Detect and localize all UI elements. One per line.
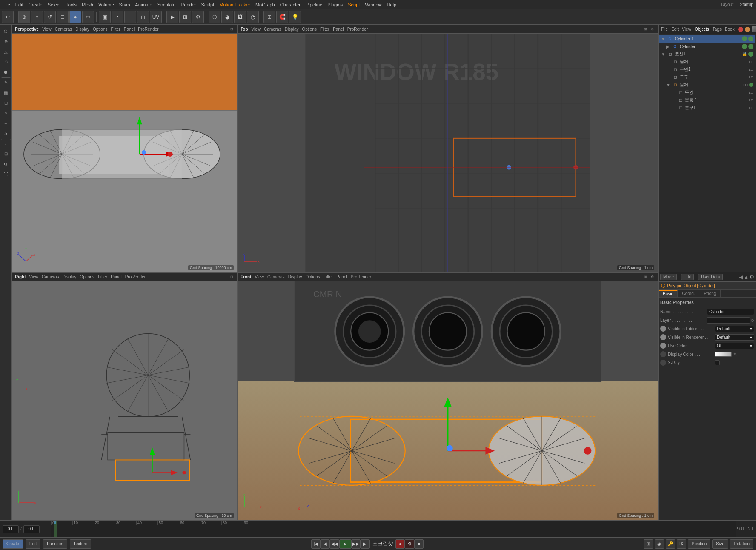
front-viewport[interactable]: Front View Cameras Display Options Filte… (238, 272, 658, 520)
right-menu-view[interactable]: View (29, 275, 39, 279)
top-menu-options[interactable]: Options (302, 27, 316, 32)
obj-expand-lotion1[interactable]: ▼ (661, 52, 665, 57)
front-menu-filter[interactable]: Filter (324, 275, 333, 279)
attr-misc-icon[interactable]: ⚙ (750, 274, 754, 280)
edge-mode-button[interactable]: — (124, 11, 136, 23)
left-tool-4[interactable]: ⊙ (1, 57, 11, 66)
obj-vis-green-main[interactable] (749, 83, 753, 87)
left-tool-8[interactable]: ◻ (1, 98, 11, 107)
front-viewport-content[interactable]: CMR N (238, 281, 658, 520)
render-button[interactable]: ▶ (166, 11, 178, 23)
obj-item-sphere1[interactable]: ◻ 구면1 LO (659, 66, 755, 73)
goto-end-button[interactable]: ▶| (361, 539, 370, 549)
menu-item-snap[interactable]: Snap (119, 2, 130, 7)
obj-vis-lock[interactable]: 🔒 (742, 52, 747, 57)
record-button[interactable]: ● (395, 539, 405, 549)
top-maximize-icon[interactable]: ⊞ (642, 26, 648, 32)
menu-item-volume[interactable]: Volume (98, 2, 114, 7)
menu-item-motion-tracker[interactable]: Motion Tracker (219, 2, 250, 7)
left-tool-7[interactable]: ▦ (1, 88, 11, 97)
left-tool-10[interactable]: ✒ (1, 118, 11, 128)
grid-button[interactable]: ⊞ (263, 11, 275, 23)
quick-shading-button[interactable]: ◔ (247, 11, 259, 23)
obj-menu-file[interactable]: File (661, 27, 668, 32)
layer-input[interactable] (707, 317, 750, 324)
obj-item-cylinder1[interactable]: ▼ ⊙ Cylinder.1 (659, 35, 755, 43)
right-menu-cameras[interactable]: Cameras (42, 275, 59, 279)
shaded-button[interactable]: ◕ (221, 11, 233, 23)
menu-item-script[interactable]: Script (348, 2, 360, 7)
edit-button-bottom[interactable]: Edit (26, 539, 40, 549)
render-settings-button[interactable]: ⚙ (192, 11, 204, 23)
attr-left-icon[interactable]: ◀ (739, 274, 743, 280)
obj-menu-edit[interactable]: Edit (671, 27, 679, 32)
right-menu-filter[interactable]: Filter (98, 275, 107, 279)
perspective-menu-view[interactable]: View (42, 27, 52, 32)
perspective-viewport-content[interactable]: Grid Spacing : 10000 cm X Z Y (12, 34, 237, 272)
front-menu-view[interactable]: View (255, 275, 264, 279)
perspective-menu-options[interactable]: Options (93, 27, 107, 32)
obj-vis-editor-cylinder[interactable] (742, 44, 747, 49)
perspective-menu-filter[interactable]: Filter (111, 27, 120, 32)
scale-tool-button[interactable]: ✦ (31, 11, 43, 23)
xray-checkbox[interactable] (715, 360, 720, 365)
tab-coord[interactable]: Coord. (678, 290, 699, 297)
top-menu-prorender[interactable]: ProRender (347, 27, 368, 32)
obj-item-cylinder[interactable]: ▶ ⊙ Cylinder (659, 43, 755, 50)
tab-basic[interactable]: Basic (659, 290, 678, 297)
left-tool-1[interactable]: ⬡ (1, 26, 11, 36)
menu-item-file[interactable]: File (3, 2, 10, 7)
obj-item-cap[interactable]: ◻ 뚜껑 LO (659, 89, 755, 96)
stop-button[interactable]: ■ (414, 539, 424, 549)
left-tool-15[interactable]: ⛶ (1, 169, 11, 179)
perspective-viewport[interactable]: Perspective View Cameras Display Options… (12, 25, 238, 272)
object-mode-button[interactable]: ▣ (99, 11, 111, 23)
end-frame-input[interactable]: 0 F (23, 525, 40, 533)
menu-item-edit[interactable]: Edit (15, 2, 23, 7)
visible-editor-dropdown[interactable]: Default ▾ (715, 326, 754, 332)
top-settings-icon[interactable]: ⚙ (649, 26, 655, 32)
render-region-button[interactable]: ⊞ (179, 11, 191, 23)
left-tool-6[interactable]: ✎ (1, 77, 11, 87)
left-tool-14[interactable]: ⚙ (1, 159, 11, 169)
obj-menu-objects[interactable]: Objects (695, 27, 709, 32)
step-forward-button[interactable]: ▶▶ (351, 539, 361, 549)
obj-menu-view[interactable]: View (682, 27, 691, 32)
obj-vis-editor-lotion1[interactable] (748, 52, 753, 57)
use-color-icon[interactable] (660, 343, 666, 349)
rotate-tool-button[interactable]: ↺ (44, 11, 56, 23)
undo-button[interactable]: ↩ (2, 11, 14, 23)
menu-item-mesh[interactable]: Mesh (82, 2, 93, 7)
top-menu-filter[interactable]: Filter (320, 27, 329, 32)
front-menu-prorender[interactable]: ProRender (351, 275, 371, 279)
menu-item-help[interactable]: Help (387, 2, 397, 7)
menu-item-plugins[interactable]: Plugins (327, 2, 343, 7)
menu-item-create[interactable]: Create (29, 2, 43, 7)
obj-item-lotion1[interactable]: ▼ ◻ 로션1 🔒 (659, 50, 755, 58)
menu-item-tools[interactable]: Tools (66, 2, 77, 7)
left-tool-9[interactable]: ○ (1, 108, 11, 117)
polygon-mode-button[interactable]: ◻ (137, 11, 149, 23)
obj-expand-cylinder1[interactable]: ▼ (661, 37, 665, 41)
wireframe-button[interactable]: ⬡ (209, 11, 220, 23)
left-tool-11[interactable]: S (1, 129, 11, 138)
texture-button[interactable]: 🖼 (234, 11, 246, 23)
obj-item-bottle1[interactable]: ◻ 분통.1 LO (659, 96, 755, 104)
perspective-menu-display[interactable]: Display (75, 27, 89, 32)
mode-button[interactable]: Mode (660, 274, 677, 280)
snap-tools-button[interactable]: ⊞ (644, 539, 653, 549)
goto-start-button[interactable]: |◀ (311, 539, 321, 549)
function-button[interactable]: Function (43, 539, 67, 549)
obj-vis-renderer-cylinder1[interactable] (748, 36, 753, 41)
front-menu-options[interactable]: Options (305, 275, 320, 279)
step-back-button[interactable]: ◀ (321, 539, 330, 549)
display-color-edit-icon[interactable]: ✎ (733, 352, 737, 357)
obj-menu-tags[interactable]: Tags (713, 27, 722, 32)
obj-item-main-body[interactable]: ▼ ◻ 몸체 LO (659, 81, 755, 89)
menu-item-simulate[interactable]: Simulate (158, 2, 176, 7)
play-reverse-button[interactable]: ◀◀ (330, 539, 339, 549)
menu-item-window[interactable]: Window (365, 2, 381, 7)
edit-button[interactable]: Edit (681, 274, 694, 280)
menu-item-mograph[interactable]: MoGraph (255, 2, 275, 7)
right-menu-prorender[interactable]: ProRender (125, 275, 146, 279)
